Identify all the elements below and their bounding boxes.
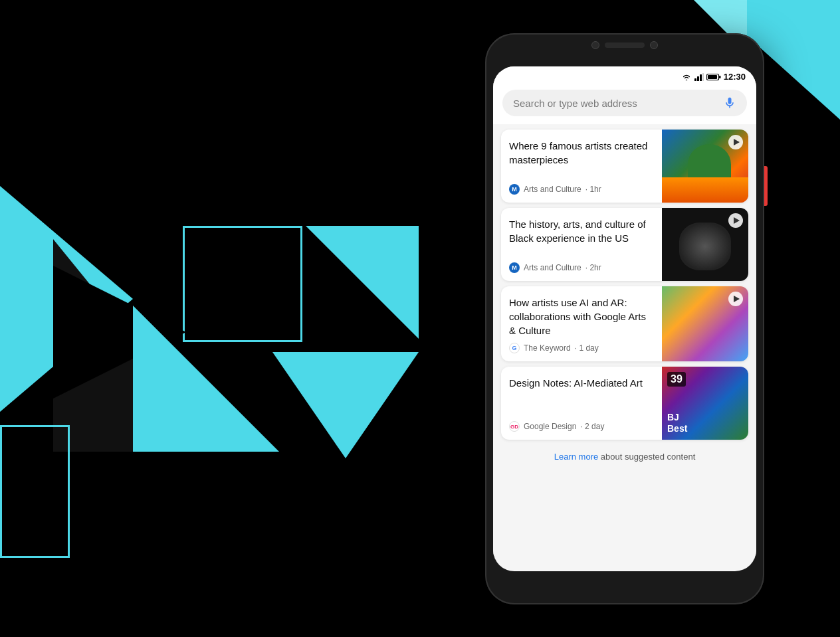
card-title-1: Where 9 famous artists created masterpie… bbox=[509, 139, 654, 167]
news-card-4[interactable]: Design Notes: AI-Mediated Art GD Google … bbox=[501, 367, 748, 440]
card-title-4: Design Notes: AI-Mediated Art bbox=[509, 376, 654, 390]
volume-button bbox=[764, 166, 768, 206]
learn-more-link[interactable]: Learn more bbox=[554, 452, 598, 462]
play-button-1[interactable] bbox=[728, 135, 743, 149]
search-placeholder: Search or type web address bbox=[513, 98, 716, 109]
search-bar[interactable]: Search or type web address bbox=[502, 90, 747, 116]
play-button-3[interactable] bbox=[728, 292, 743, 306]
shape-cyan-small-triangle bbox=[306, 226, 419, 339]
source-name-1: Arts and Culture bbox=[524, 185, 581, 194]
source-icon-4: GD bbox=[509, 421, 520, 432]
shape-cyan-bottom-2 bbox=[272, 352, 419, 458]
source-time-2: · 2hr bbox=[585, 263, 601, 272]
card-content-1: Where 9 famous artists created masterpie… bbox=[501, 130, 662, 203]
card-content-4: Design Notes: AI-Mediated Art GD Google … bbox=[501, 367, 662, 440]
source-name-4: Google Design bbox=[524, 422, 576, 431]
status-icons: 12:30 bbox=[681, 72, 746, 82]
play-triangle-3 bbox=[734, 296, 740, 302]
status-time: 12:30 bbox=[724, 72, 746, 82]
phone-mockup: 12:30 Search or type web address bbox=[465, 33, 784, 618]
shape-dark-overlay bbox=[53, 266, 186, 399]
card-image-4: 39 BJBest bbox=[662, 367, 748, 440]
source-icon-2: M bbox=[509, 262, 520, 273]
feed-footer: Learn more about suggested content bbox=[501, 445, 748, 466]
microphone-icon[interactable] bbox=[723, 96, 736, 110]
camera-dot-2 bbox=[650, 41, 658, 49]
phone-top-bar bbox=[485, 33, 764, 49]
news-card-1[interactable]: Where 9 famous artists created masterpie… bbox=[501, 130, 748, 203]
source-icon-3: G bbox=[509, 343, 520, 353]
play-triangle-2 bbox=[734, 217, 740, 224]
svg-rect-2 bbox=[700, 74, 702, 81]
battery-icon bbox=[706, 73, 721, 81]
shape-square-outline-2 bbox=[0, 425, 70, 558]
source-time-4: · 2 day bbox=[580, 422, 604, 431]
shape-cyan-bottom bbox=[133, 306, 279, 452]
card-image-1 bbox=[662, 130, 748, 203]
article-thumbnail-4: 39 BJBest bbox=[662, 367, 748, 440]
phone-screen: 12:30 Search or type web address bbox=[493, 66, 756, 571]
phone-body: 12:30 Search or type web address bbox=[485, 33, 764, 604]
play-triangle-1 bbox=[734, 139, 740, 145]
card-source-4: GD Google Design · 2 day bbox=[509, 421, 654, 432]
source-time-3: · 1 day bbox=[575, 343, 599, 353]
card-source-1: M Arts and Culture · 1hr bbox=[509, 184, 654, 195]
card-image-3 bbox=[662, 286, 748, 361]
shape-dark-triangle bbox=[53, 239, 226, 452]
wifi-icon bbox=[681, 73, 692, 81]
status-bar: 12:30 bbox=[493, 66, 756, 84]
svg-rect-3 bbox=[702, 73, 704, 81]
badge-number: 39 bbox=[667, 372, 686, 387]
feed-container: Where 9 famous artists created masterpie… bbox=[493, 124, 756, 556]
footer-suffix: about suggested content bbox=[601, 452, 695, 462]
signal-icon bbox=[694, 73, 704, 81]
news-card-2[interactable]: The history, arts, and culture of Black … bbox=[501, 208, 748, 281]
card-title-2: The history, arts, and culture of Black … bbox=[509, 217, 654, 245]
search-bar-container: Search or type web address bbox=[493, 84, 756, 124]
shape-square-outline-1 bbox=[183, 226, 302, 342]
card-content-3: How artists use AI and AR: collaboration… bbox=[501, 286, 662, 361]
card-content-2: The history, arts, and culture of Black … bbox=[501, 208, 662, 281]
svg-rect-1 bbox=[697, 76, 699, 81]
news-card-3[interactable]: How artists use AI and AR: collaboration… bbox=[501, 286, 748, 361]
card-title-3: How artists use AI and AR: collaboration… bbox=[509, 296, 654, 337]
svg-rect-6 bbox=[719, 76, 721, 78]
svg-rect-0 bbox=[694, 78, 696, 81]
source-time-1: · 1hr bbox=[585, 185, 601, 194]
shape-cyan-left bbox=[0, 186, 133, 412]
source-icon-1: M bbox=[509, 184, 520, 195]
camera-dot bbox=[591, 41, 599, 49]
badge-text: BJBest bbox=[667, 412, 687, 434]
card-source-3: G The Keyword · 1 day bbox=[509, 343, 654, 353]
svg-rect-5 bbox=[708, 75, 717, 79]
card-image-2 bbox=[662, 208, 748, 281]
source-name-3: The Keyword bbox=[524, 343, 571, 353]
speaker-grille bbox=[605, 43, 645, 48]
play-button-2[interactable] bbox=[728, 213, 743, 228]
source-name-2: Arts and Culture bbox=[524, 263, 581, 272]
card-source-2: M Arts and Culture · 2hr bbox=[509, 262, 654, 273]
